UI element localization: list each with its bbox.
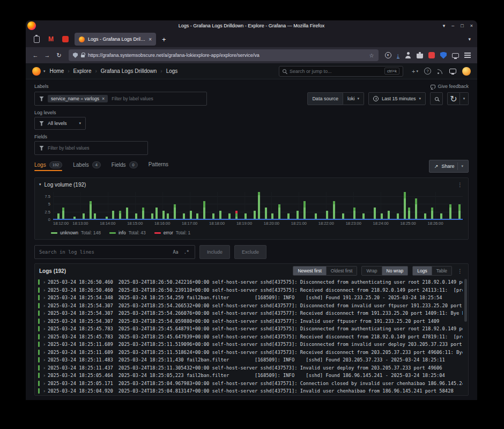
scrollbar[interactable]: [464, 279, 467, 393]
expand-row-icon[interactable]: ›: [43, 381, 48, 386]
reload-button[interactable]: ↻: [54, 52, 64, 59]
expand-row-icon[interactable]: ›: [43, 334, 48, 339]
view-logs-button[interactable]: Logs: [412, 266, 432, 276]
close-button[interactable]: ×: [470, 23, 473, 28]
datasource-select[interactable]: loki ▾: [343, 92, 364, 105]
expand-row-icon[interactable]: ›: [43, 365, 48, 371]
extensions-icon[interactable]: [417, 52, 423, 58]
log-row[interactable]: ›2025-03-24 18:25:45.7832025-03-24T18:25…: [38, 333, 463, 341]
list-all-tabs-icon[interactable]: ▾: [468, 36, 472, 42]
exclude-button[interactable]: Exclude: [234, 245, 266, 259]
new-tab-button[interactable]: +: [160, 35, 168, 43]
share-button[interactable]: ↗ Share ▾: [429, 160, 469, 173]
panel-menu-icon[interactable]: ⋮: [456, 268, 464, 274]
wrap-wrap-button[interactable]: Wrap: [361, 266, 382, 276]
expand-row-icon[interactable]: ›: [43, 342, 48, 347]
sort-oldest-first-button[interactable]: Oldest first: [327, 266, 358, 276]
download-icon[interactable]: ↓: [397, 53, 400, 58]
new-item-button[interactable]: +▾: [412, 68, 418, 75]
log-row[interactable]: ›2025-03-24 18:25:11.6892025-03-24T18:25…: [38, 341, 463, 349]
url-bar[interactable]: https://grafana.systemsobscure.net/a/gra…: [69, 49, 379, 61]
include-button[interactable]: Include: [199, 245, 230, 259]
log-row[interactable]: ›2025-03-24 18:25:11.6892025-03-24T18:25…: [38, 349, 463, 357]
avatar[interactable]: [462, 67, 471, 76]
fields-filter-input[interactable]: [48, 145, 143, 151]
tab-patterns[interactable]: Patterns: [149, 161, 168, 170]
zoom-out-button[interactable]: [430, 92, 443, 105]
help-icon[interactable]: ?: [424, 68, 431, 75]
breadcrumb-item[interactable]: Grafana Logs Drilldown: [101, 68, 157, 74]
match-case-button[interactable]: Aa: [172, 249, 180, 255]
display-extension-icon[interactable]: [452, 53, 459, 58]
expand-row-icon[interactable]: ›: [43, 279, 48, 285]
tab-close-icon[interactable]: ×: [149, 36, 152, 42]
expand-row-icon[interactable]: ›: [43, 326, 48, 331]
log-row[interactable]: ›2025-03-24 18:25:54.3482025-03-24 18:25…: [38, 294, 463, 302]
expand-row-icon[interactable]: ›: [43, 373, 48, 378]
label-filter-chip[interactable]: service_name = varlogs ×: [48, 95, 108, 102]
wrap-no-wrap-button[interactable]: No wrap: [382, 266, 409, 276]
log-row[interactable]: ›2025-03-24 18:26:50.4602025-03-24T18:26…: [38, 278, 463, 286]
scrollbar-thumb[interactable]: [464, 279, 467, 322]
menu-icon[interactable]: [464, 53, 471, 58]
log-row[interactable]: ›2025-03-24 18:26:50.4602025-03-24T18:26…: [38, 286, 463, 294]
grafana-logo-icon[interactable]: [32, 67, 41, 76]
expand-row-icon[interactable]: ›: [43, 303, 48, 308]
log-row[interactable]: ›2025-03-24 18:25:05.4642025-03-24 18:25…: [38, 372, 463, 380]
red-extension-icon[interactable]: [428, 52, 435, 58]
clipboard-app-icon[interactable]: [31, 34, 42, 45]
expand-row-icon[interactable]: ›: [43, 310, 48, 316]
news-icon[interactable]: [437, 68, 443, 75]
gmail-icon[interactable]: M: [46, 34, 56, 45]
maximize-button[interactable]: □: [461, 23, 463, 28]
datasource-picker[interactable]: Data source loki ▾: [307, 92, 364, 105]
log-row[interactable]: ›2025-03-24 18:25:05.1712025-03-24T18:25…: [38, 380, 463, 388]
legend-item[interactable]: infoTotal: 43: [109, 230, 146, 235]
breadcrumb-item[interactable]: Explore: [73, 68, 92, 74]
breadcrumb-item[interactable]: Logs: [166, 68, 178, 74]
refresh-interval-button[interactable]: ▾: [460, 92, 469, 105]
org-switcher-icon[interactable]: ▾: [43, 69, 46, 73]
log-row[interactable]: ›2025-03-24 18:25:54.3072025-03-24T18:25…: [38, 317, 463, 326]
log-row[interactable]: ›2025-03-24 18:25:45.7832025-03-24T18:25…: [38, 325, 463, 333]
log-row[interactable]: ›2025-03-24 18:25:04.9202025-03-24T18:25…: [38, 387, 463, 395]
give-feedback-link[interactable]: Give feedback: [431, 84, 469, 89]
breadcrumb-item[interactable]: Home: [50, 68, 64, 74]
expand-row-icon[interactable]: ›: [43, 350, 48, 355]
tab-logs[interactable]: Logs192: [34, 161, 62, 171]
global-search[interactable]: ctrl+k: [279, 66, 403, 77]
back-button[interactable]: ←: [30, 52, 41, 58]
expand-row-icon[interactable]: ›: [43, 287, 48, 293]
search-input[interactable]: [290, 69, 381, 74]
collapse-panel-icon[interactable]: ▾: [39, 182, 41, 187]
tracking-protection-icon[interactable]: [73, 53, 78, 58]
label-filter-input[interactable]: [112, 96, 202, 101]
log-row[interactable]: ›2025-03-24 18:25:11.4372025-03-24T18:25…: [38, 364, 463, 372]
regex-button[interactable]: .*: [183, 249, 190, 255]
label-filter-box[interactable]: service_name = varlogs ×: [34, 92, 207, 106]
kiosk-mode-icon[interactable]: [449, 69, 456, 73]
window-menu-icon[interactable]: ▾: [443, 23, 446, 28]
log-line-search-box[interactable]: Aa .*: [34, 245, 195, 259]
minimize-button[interactable]: –: [451, 23, 454, 28]
tab-labels[interactable]: Labels4: [73, 161, 101, 171]
account-icon[interactable]: [405, 52, 411, 58]
expand-row-icon[interactable]: ›: [43, 319, 48, 324]
log-row[interactable]: ›2025-03-24 18:25:54.3072025-03-24T18:25…: [38, 302, 463, 310]
sort-newest-first-button[interactable]: Newest first: [293, 266, 326, 276]
fields-filter-box[interactable]: [34, 141, 148, 155]
pocket-icon[interactable]: ▾: [385, 52, 391, 58]
time-range-picker[interactable]: Last 15 minutes ▾: [368, 92, 426, 105]
view-table-button[interactable]: Table: [432, 266, 452, 276]
lock-icon[interactable]: [81, 55, 85, 57]
log-row[interactable]: ›2025-03-24 18:25:11.4832025-03-24 18:25…: [38, 356, 463, 364]
expand-row-icon[interactable]: ›: [43, 388, 48, 394]
bookmark-star-icon[interactable]: ☆: [369, 53, 374, 58]
log-line-search-input[interactable]: [39, 249, 169, 255]
expand-row-icon[interactable]: ›: [43, 357, 48, 363]
remove-chip-icon[interactable]: ×: [102, 96, 105, 101]
legend-item[interactable]: unknownTotal: 148: [51, 230, 101, 235]
legend-item[interactable]: errorTotal: 1: [154, 230, 190, 235]
expand-row-icon[interactable]: ›: [43, 295, 48, 300]
tab-fields[interactable]: Fields0: [112, 161, 138, 171]
